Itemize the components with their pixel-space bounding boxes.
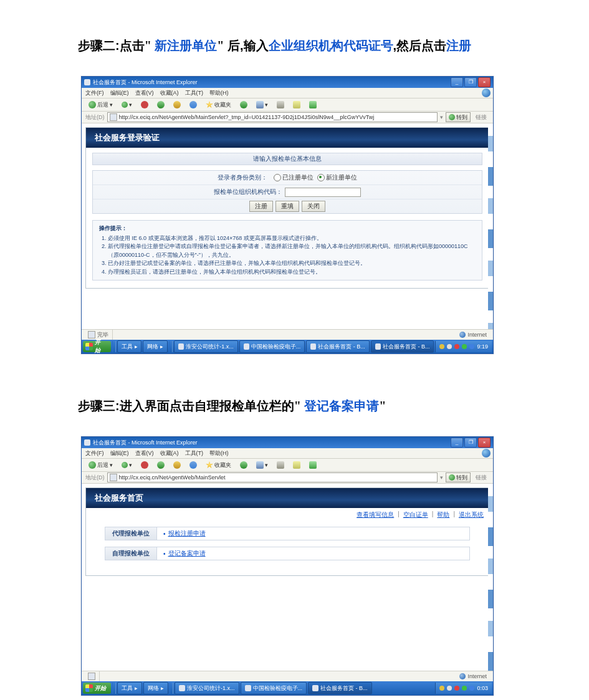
step2-heading: 步骤二:点击" 新注册单位" 后,输入企业组织机构代码证号,然后点击注册 <box>78 37 589 54</box>
minimize-button[interactable]: _ <box>451 77 463 87</box>
taskbar-task-active[interactable]: 社会服务首页 - B... <box>371 340 434 353</box>
agent-register-link[interactable]: 报检注册申请 <box>168 529 206 538</box>
forward-button[interactable]: ▾ <box>118 459 135 471</box>
tray-icon[interactable] <box>447 686 452 691</box>
reset-button[interactable]: 重填 <box>275 201 299 212</box>
menu-tools[interactable]: 工具(T) <box>185 449 204 458</box>
tray-icon[interactable] <box>439 686 444 691</box>
refresh-button[interactable] <box>154 99 168 110</box>
go-button[interactable]: 转到 <box>446 112 471 122</box>
menu-view[interactable]: 查看(V) <box>135 89 154 97</box>
tray-icon[interactable] <box>454 686 459 691</box>
tray-icon[interactable] <box>462 344 467 349</box>
search-button[interactable] <box>186 459 200 471</box>
stop-button[interactable] <box>138 459 151 471</box>
home-button[interactable] <box>170 99 184 110</box>
minimize-button[interactable]: _ <box>451 438 463 448</box>
edit-button[interactable] <box>290 459 304 471</box>
menu-favorites[interactable]: 收藏(A) <box>160 89 179 97</box>
taskbar-task-active[interactable]: 社会服务首页 - B... <box>308 682 372 694</box>
close-button[interactable]: × <box>478 438 491 448</box>
messenger-button[interactable] <box>306 459 320 471</box>
tray-icon[interactable] <box>469 686 474 691</box>
links-label[interactable]: 链接 <box>473 113 489 122</box>
windows-flag-icon <box>85 684 93 692</box>
home-button[interactable] <box>170 459 184 471</box>
close-button[interactable]: × <box>478 77 491 87</box>
taskbar-group-network[interactable]: 网络 ▸ <box>143 340 168 353</box>
history-button[interactable] <box>237 99 251 110</box>
taskbar-group-network[interactable]: 网络 ▸ <box>143 682 168 694</box>
mail-icon <box>256 461 264 469</box>
tray-icon[interactable] <box>447 344 452 349</box>
tray-icon[interactable] <box>469 344 474 349</box>
history-icon <box>240 101 247 108</box>
messenger-icon <box>309 101 317 108</box>
taskbar-task[interactable]: 中国检验检疫电子... <box>239 340 305 353</box>
menu-tools[interactable]: 工具(T) <box>185 89 204 97</box>
tray-icon[interactable] <box>439 344 444 349</box>
radio-new-unit-label[interactable]: 新注册单位 <box>326 173 357 182</box>
refresh-button[interactable] <box>154 459 168 471</box>
edit-button[interactable] <box>290 99 304 110</box>
register-button[interactable]: 注册 <box>249 201 273 212</box>
tray-icon[interactable] <box>462 686 467 691</box>
maximize-button[interactable]: ❐ <box>464 438 477 448</box>
mail-button[interactable]: ▾ <box>253 99 271 110</box>
page-icon <box>110 474 117 481</box>
links-label[interactable]: 链接 <box>473 474 489 482</box>
taskbar-task[interactable]: 社会服务首页 - B... <box>306 340 370 353</box>
history-button[interactable] <box>237 459 251 471</box>
link-view-info[interactable]: 查看填写信息 <box>357 511 394 519</box>
favorites-button[interactable]: 收藏夹 <box>203 459 234 471</box>
menu-file[interactable]: 文件(F) <box>85 89 104 97</box>
maximize-button[interactable]: ❐ <box>464 77 477 87</box>
menu-edit[interactable]: 编辑(E) <box>110 449 129 458</box>
taskbar-group-tools[interactable]: 工具 ▸ <box>117 682 142 694</box>
start-button[interactable]: 开始 <box>83 341 111 352</box>
close-form-button[interactable]: 关闭 <box>302 201 325 212</box>
org-code-input[interactable] <box>285 188 361 197</box>
menu-view[interactable]: 查看(V) <box>135 449 154 458</box>
stop-button[interactable] <box>138 99 151 110</box>
back-button[interactable]: 后退 ▾ <box>85 459 116 471</box>
favorites-button[interactable]: 收藏夹 <box>203 99 234 110</box>
messenger-button[interactable] <box>306 99 320 110</box>
menu-file[interactable]: 文件(F) <box>85 449 104 458</box>
menu-help[interactable]: 帮助(H) <box>209 89 229 97</box>
menu-help[interactable]: 帮助(H) <box>209 449 229 458</box>
menu-favorites[interactable]: 收藏(A) <box>160 449 179 458</box>
step3-heading: 步骤三:进入界面点击自理报检单位栏的" 登记备案申请" <box>78 398 589 415</box>
radio-new-unit[interactable] <box>317 174 325 181</box>
taskbar-task[interactable]: 淮安公司统计-1.x... <box>175 682 239 694</box>
tray-icon[interactable] <box>454 344 459 349</box>
address-input[interactable]: http://cx.eciq.cn/NetAgentWeb/MainServle… <box>107 112 438 122</box>
page-icon <box>88 331 95 338</box>
mail-button[interactable]: ▾ <box>253 459 271 471</box>
agent-unit-label: 代理报检单位 <box>105 527 157 540</box>
back-button[interactable]: 后退 ▾ <box>85 99 116 110</box>
system-tray: 9:19 <box>435 341 492 352</box>
edit-icon <box>293 101 300 108</box>
print-button[interactable] <box>274 459 287 471</box>
print-button[interactable] <box>274 99 287 110</box>
browser-viewport: 社会服务首页 查看填写信息| 空白证单| 帮助| 退出系统 代理报检单位 • 报… <box>82 484 493 671</box>
taskbar-task[interactable]: 淮安公司统计-1.x... <box>174 340 238 353</box>
search-button[interactable] <box>186 99 200 110</box>
taskbar-group-tools[interactable]: 工具 ▸ <box>117 340 142 353</box>
forward-button[interactable]: ▾ <box>118 99 135 110</box>
link-logout[interactable]: 退出系统 <box>459 511 484 519</box>
go-button[interactable]: 转到 <box>446 472 471 482</box>
page-icon <box>88 673 95 680</box>
go-label: 转到 <box>456 474 467 482</box>
link-help[interactable]: 帮助 <box>437 511 449 519</box>
taskbar-task[interactable]: 中国检验检疫电子... <box>241 682 307 694</box>
registration-apply-link[interactable]: 登记备案申请 <box>168 549 206 558</box>
link-blank-cert[interactable]: 空白证单 <box>403 511 428 519</box>
radio-registered-label[interactable]: 已注册单位 <box>282 173 314 182</box>
address-input[interactable]: http://cx.eciq.cn/NetAgentWeb/MainServle… <box>107 472 438 482</box>
start-button[interactable]: 开始 <box>83 683 111 694</box>
radio-registered[interactable] <box>274 174 281 181</box>
menu-edit[interactable]: 编辑(E) <box>110 89 129 97</box>
ie-logo-icon <box>482 89 491 97</box>
